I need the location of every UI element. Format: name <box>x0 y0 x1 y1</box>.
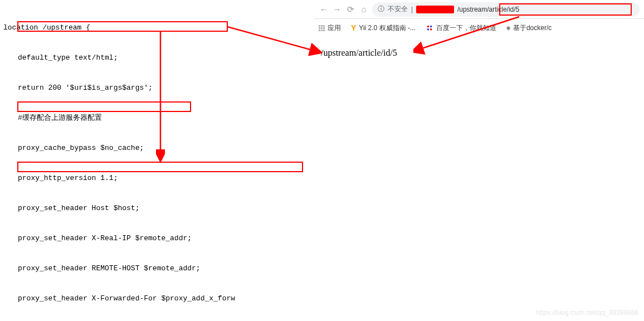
code-line: location /upstream { <box>3 23 314 33</box>
code-line: proxy_set_header X-Real-IP $remote_addr; <box>3 234 314 244</box>
url-path: /upstream/article/id/5 <box>457 6 519 13</box>
code-line: default_type text/html; <box>3 53 314 63</box>
baidu-icon <box>426 24 433 32</box>
bookmark-label: 基于docker/c <box>513 23 552 33</box>
watermark: https://blog.csdn.net/qq_39399966 <box>536 309 638 317</box>
code-line: proxy_set_header Host $host; <box>3 203 314 213</box>
response-body-text: /upstream/article/id/5 <box>321 48 397 57</box>
apps-icon <box>319 25 325 31</box>
code-line: proxy_set_header REMOTE-HOST $remote_add… <box>3 264 314 274</box>
svg-point-3 <box>430 28 432 31</box>
svg-point-1 <box>430 26 432 28</box>
home-icon[interactable]: ⌂ <box>359 4 369 14</box>
separator: | <box>411 6 413 13</box>
back-icon[interactable]: ← <box>319 4 329 14</box>
svg-point-0 <box>427 26 430 28</box>
yii-icon: Y <box>351 23 356 32</box>
code-editor: location /upstream { default_type text/h… <box>0 0 314 321</box>
bookmark-label: Yii 2.0 权威指南 -... <box>359 23 416 33</box>
not-secure-label: 不安全 <box>388 4 408 14</box>
page-content: /upstream/article/id/5 <box>314 37 644 69</box>
forward-icon[interactable]: → <box>332 4 342 14</box>
bookmark-docker[interactable]: ⎈ 基于docker/c <box>506 23 552 33</box>
bookmark-yii[interactable]: Y Yii 2.0 权威指南 -... <box>351 23 416 33</box>
browser-toolbar: ← → ⟳ ⌂ ⓘ 不安全 | 114.67.105.00/upstream/a… <box>314 0 644 19</box>
url-redacted-host: 114.67.105.00 <box>416 6 454 13</box>
apps-label: 应用 <box>328 23 341 33</box>
code-line: proxy_cache_bypass $no_cache; <box>3 143 314 153</box>
svg-point-2 <box>427 28 430 31</box>
bookmarks-bar: 应用 Y Yii 2.0 权威指南 -... 百度一下，你就知道 ⎈ 基于doc… <box>314 19 644 37</box>
bookmark-baidu[interactable]: 百度一下，你就知道 <box>426 23 496 33</box>
code-line: #缓存配合上游服务器配置 <box>3 113 314 123</box>
address-bar[interactable]: ⓘ 不安全 | 114.67.105.00/upstream/article/i… <box>372 2 640 17</box>
info-icon: ⓘ <box>378 4 384 14</box>
apps-button[interactable]: 应用 <box>319 23 341 33</box>
reload-icon[interactable]: ⟳ <box>345 4 355 14</box>
bookmark-label: 百度一下，你就知道 <box>436 23 496 33</box>
code-line: return 200 '$uri$is_args$args'; <box>3 83 314 93</box>
code-line: proxy_http_version 1.1; <box>3 173 314 183</box>
browser-window: ← → ⟳ ⌂ ⓘ 不安全 | 114.67.105.00/upstream/a… <box>314 0 644 321</box>
docker-icon: ⎈ <box>506 24 510 32</box>
code-line: proxy_set_header X-Forwarded-For $proxy_… <box>3 294 314 304</box>
